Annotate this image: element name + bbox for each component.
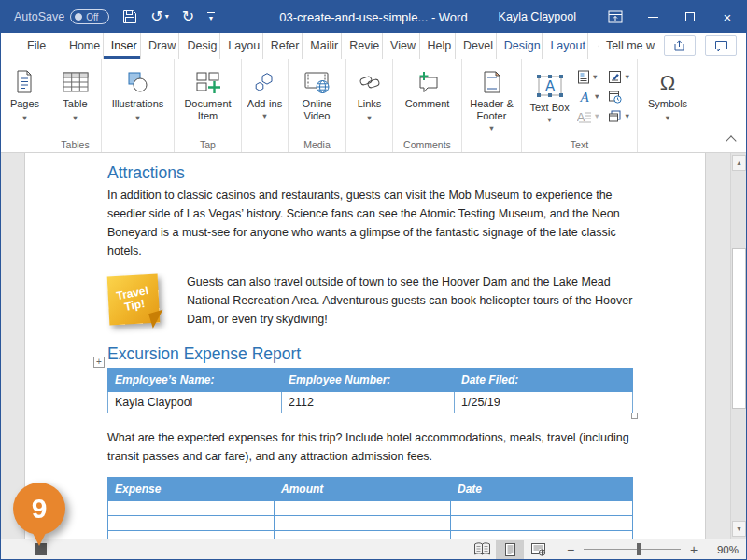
- table-cell[interactable]: [451, 501, 633, 516]
- table-resize-handle[interactable]: [631, 413, 638, 419]
- web-layout-button[interactable]: [524, 540, 552, 559]
- scrollbar-thumb[interactable]: [732, 248, 746, 409]
- signature-line-button[interactable]: ▼: [608, 68, 630, 86]
- ribbon-display-options-button[interactable]: [597, 1, 634, 33]
- tab-view[interactable]: View: [383, 33, 420, 59]
- group-label-media: Media: [303, 136, 331, 152]
- table-cell[interactable]: [108, 516, 275, 531]
- document-page[interactable]: Attractions In addition to classic casin…: [24, 153, 706, 539]
- wordart-button[interactable]: A ▼: [577, 88, 600, 105]
- document-item-button[interactable]: Document Item: [176, 63, 239, 122]
- table-button[interactable]: Table ▼: [62, 63, 90, 124]
- table-cell[interactable]: [108, 501, 275, 516]
- links-button[interactable]: Links ▼: [358, 63, 382, 124]
- arrow-up-icon: ▲: [736, 160, 742, 166]
- comment-button[interactable]: Comment: [405, 63, 450, 110]
- tab-design[interactable]: Desig: [179, 33, 220, 59]
- table-cell[interactable]: [451, 516, 633, 531]
- tab-help[interactable]: Help: [420, 33, 457, 59]
- zoom-slider[interactable]: [584, 549, 681, 550]
- svg-text:A: A: [544, 78, 555, 94]
- tab-table-design[interactable]: Design: [497, 33, 543, 59]
- tab-draw[interactable]: Draw: [141, 33, 179, 59]
- group-pages: Pages ▼: [1, 59, 49, 152]
- symbols-button[interactable]: Ω Symbols ▼: [648, 63, 687, 124]
- status-bar: − + 90%: [1, 539, 746, 559]
- object-button[interactable]: ▼: [608, 107, 630, 125]
- table-cell[interactable]: Kayla Claypool: [108, 392, 282, 413]
- date-time-button[interactable]: [608, 88, 630, 105]
- maximize-icon: [685, 12, 695, 21]
- quick-parts-button[interactable]: ▼: [577, 68, 600, 86]
- tell-me-label: Tell me w: [606, 39, 655, 52]
- group-media: Online Video Media: [289, 59, 346, 152]
- autosave-toggle[interactable]: AutoSave Off: [14, 9, 109, 24]
- links-icon: [358, 66, 382, 98]
- zoom-out-button[interactable]: −: [565, 542, 576, 557]
- table-cell[interactable]: [275, 501, 451, 516]
- autosave-switch[interactable]: Off: [70, 9, 109, 24]
- minimize-icon: [648, 17, 658, 18]
- zoom-slider-thumb[interactable]: [637, 543, 641, 555]
- pages-icon: [13, 66, 35, 98]
- save-button[interactable]: [122, 9, 137, 24]
- group-comments: Comment Comments: [393, 59, 462, 152]
- print-layout-button[interactable]: [496, 540, 524, 559]
- illustrations-button[interactable]: Illustrations ▼: [112, 63, 164, 124]
- table-cell[interactable]: 1/25/19: [455, 392, 633, 413]
- vertical-scrollbar[interactable]: ▲ ▼: [730, 153, 746, 539]
- illustrations-label: Illustrations: [112, 98, 164, 110]
- scroll-down-button[interactable]: ▼: [732, 521, 746, 537]
- group-label-comments: Comments: [403, 136, 451, 152]
- col-header: Expense: [108, 478, 275, 501]
- search-icon: [598, 40, 599, 52]
- header-footer-button[interactable]: Header & Footer ▼: [465, 63, 519, 134]
- tab-file[interactable]: File: [18, 33, 52, 59]
- tab-insert[interactable]: Inser: [104, 33, 141, 59]
- table-move-handle[interactable]: +: [93, 357, 105, 368]
- tab-layout[interactable]: Layou: [220, 33, 263, 59]
- drop-cap-button[interactable]: A ▼: [577, 107, 600, 125]
- read-mode-button[interactable]: [468, 540, 496, 559]
- minimize-button[interactable]: [634, 1, 671, 33]
- tab-references[interactable]: Refer: [263, 33, 303, 59]
- redo-button[interactable]: ↻: [182, 9, 194, 24]
- tab-home[interactable]: Home: [62, 33, 104, 59]
- zoom-in-button[interactable]: +: [688, 542, 699, 557]
- table-cell[interactable]: [275, 531, 451, 539]
- share-button[interactable]: [664, 35, 696, 56]
- online-video-button[interactable]: Online Video: [294, 63, 341, 122]
- text-box-button[interactable]: A Text Box ▼: [529, 66, 571, 126]
- table-cell[interactable]: [108, 531, 275, 539]
- document-area: Attractions In addition to classic casin…: [1, 153, 746, 539]
- user-name[interactable]: Kayla Claypool: [499, 10, 576, 23]
- add-ins-button[interactable]: Add-ins ▼: [245, 63, 286, 122]
- tab-developer[interactable]: Devel: [456, 33, 497, 59]
- expense-table[interactable]: Expense Amount Date: [107, 477, 633, 539]
- tab-mailings[interactable]: Mailir: [303, 33, 342, 59]
- date-time-icon: [608, 90, 622, 104]
- collapse-ribbon-icon[interactable]: [726, 135, 736, 146]
- table-cell[interactable]: 2112: [282, 392, 455, 413]
- employee-table[interactable]: Employee’s Name: Employee Number: Date F…: [107, 368, 633, 413]
- step-badge-number: 9: [13, 483, 65, 535]
- pages-button[interactable]: Pages ▼: [10, 63, 39, 124]
- web-layout-icon: [530, 542, 546, 556]
- object-icon: [608, 109, 622, 123]
- chevron-down-icon: ▼: [208, 15, 215, 21]
- undo-button[interactable]: ↺▾: [150, 9, 168, 24]
- tab-table-layout[interactable]: Layout: [543, 33, 587, 59]
- close-button[interactable]: ×: [709, 1, 746, 33]
- tell-me-search[interactable]: Tell me w: [588, 33, 664, 59]
- table-row: [108, 516, 633, 531]
- maximize-button[interactable]: [671, 1, 709, 33]
- comments-button[interactable]: [705, 35, 737, 56]
- customize-qat-button[interactable]: ▼: [207, 12, 215, 21]
- scroll-up-button[interactable]: ▲: [732, 155, 746, 171]
- table-cell[interactable]: [275, 516, 451, 531]
- col-header: Employee Number:: [282, 369, 455, 392]
- table-cell[interactable]: [451, 531, 633, 539]
- zoom-percentage[interactable]: 90%: [707, 544, 739, 555]
- print-layout-icon: [503, 542, 517, 557]
- tab-review[interactable]: Revie: [342, 33, 383, 59]
